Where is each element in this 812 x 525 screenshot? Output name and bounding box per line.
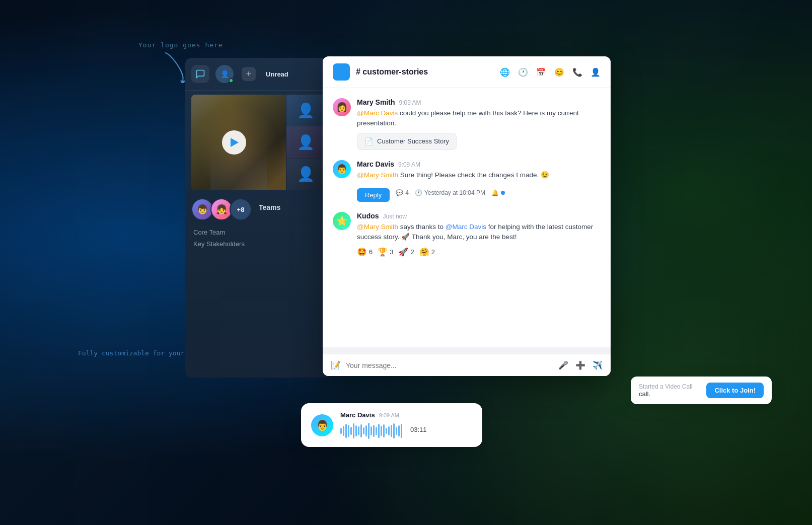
emoji-trophy: 🏆 [378, 247, 388, 257]
emoji-hug: 🤗 [419, 247, 429, 257]
call-label: Started a Video Call [639, 383, 699, 390]
notification-item: 🔔 [491, 189, 505, 196]
marc-message-actions: Reply 💬 4 🕐 Yesterday at 10:04 PM 🔔 [357, 184, 601, 202]
waveform [340, 423, 402, 439]
waveform-bar [386, 428, 387, 434]
kudos-message-header: Kudos Just now [357, 212, 601, 220]
play-button[interactable] [222, 130, 246, 155]
reactions-row: 🤩 6 🏆 3 🚀 2 🤗 2 [357, 247, 601, 257]
active-dot [501, 191, 505, 195]
emoji-rocket: 🚀 [398, 247, 408, 257]
mary-message-content: Mary Smith 9:09 AM @Marc Davis could you… [357, 98, 601, 150]
teams-section: Core Team Key Stakeholders [185, 220, 331, 256]
video-grid: 👤 👤 👤 [191, 95, 325, 190]
person-icon[interactable]: 👤 [590, 67, 601, 77]
kudos-sender-name: Kudos [357, 212, 379, 220]
format-icon[interactable]: 📝 [331, 360, 341, 370]
header-actions: 🌐 🕐 📅 😊 📞 👤 [500, 67, 601, 77]
mention-marc: @Marc Davis [357, 109, 398, 117]
reaction-count-3: 2 [410, 248, 414, 256]
main-video[interactable] [191, 95, 286, 190]
video-call-card: Started a Video Call call. Click to Join… [631, 377, 772, 404]
waveform-bar [353, 423, 354, 438]
reaction-2[interactable]: 🏆 3 [378, 247, 393, 257]
team-item-core[interactable]: Core Team [193, 227, 323, 238]
waveform-bar [340, 428, 342, 434]
waveform-bar [373, 425, 375, 437]
waveform-bar [376, 427, 377, 435]
video-thumb-3[interactable]: 👤 [286, 159, 325, 190]
send-icon[interactable]: ✈️ [593, 360, 603, 370]
voice-sender-avatar: 👨 [311, 414, 333, 436]
voice-message-card: 👨 Marc Davis 9:09 AM [301, 403, 482, 447]
reaction-4[interactable]: 🤗 2 [419, 247, 435, 257]
input-right-icons: 🎤 ➕ ✈️ [558, 360, 603, 370]
emoji-star-eyes: 🤩 [357, 247, 367, 257]
team-item-stakeholders[interactable]: Key Stakeholders [193, 238, 323, 250]
mary-message-header: Mary Smith 9:09 AM [357, 98, 601, 106]
channel-icon [333, 63, 350, 81]
reaction-3[interactable]: 🚀 2 [398, 247, 414, 257]
kudos-message-content: Kudos Just now @Mary Smith says thanks t… [357, 212, 601, 257]
video-thumb-1[interactable]: 👤 [286, 95, 325, 126]
waveform-bar [368, 423, 370, 439]
add-attachment-icon[interactable]: ➕ [575, 360, 585, 370]
voice-sender-name: Marc Davis [340, 411, 375, 419]
marc-message-time: 9:09 AM [398, 161, 420, 168]
channel-header-left: # customer-stories [333, 63, 428, 81]
unread-label: Unread [266, 70, 288, 78]
marc-sender-name: Marc Davis [357, 160, 394, 168]
reaction-1[interactable]: 🤩 6 [357, 247, 373, 257]
waveform-bar [383, 424, 385, 437]
chat-messages: 👩 Mary Smith 9:09 AM @Marc Davis could y… [323, 88, 611, 347]
add-button[interactable]: + [242, 67, 256, 81]
waveform-bar [355, 425, 357, 436]
channel-name: # customer-stories [356, 67, 428, 77]
globe-icon[interactable]: 🌐 [500, 67, 510, 77]
video-side-panel: 👤 👤 👤 [286, 95, 325, 190]
chat-panel: # customer-stories 🌐 🕐 📅 😊 📞 👤 👩 Mary Sm… [323, 56, 611, 376]
calendar-icon[interactable]: 📅 [536, 67, 546, 77]
user-avatar-icon[interactable]: 👤 [215, 65, 234, 83]
teams-label: Teams [259, 203, 280, 211]
reaction-number: 4 [405, 189, 409, 196]
marc-avatar: 👨 [333, 160, 351, 178]
waveform-bar [360, 424, 362, 437]
kudos-avatar: ⭐ [333, 212, 351, 230]
chat-input-area: 📝 🎤 ➕ ✈️ [323, 354, 611, 376]
marc-message-header: Marc Davis 9:09 AM [357, 160, 601, 168]
reaction-count-2: 3 [390, 248, 393, 256]
chat-icon[interactable] [191, 65, 209, 83]
reply-button[interactable]: Reply [357, 188, 390, 202]
play-icon [231, 138, 239, 147]
waveform-bar [378, 424, 380, 438]
message-input[interactable] [346, 361, 553, 369]
phone-icon[interactable]: 📞 [572, 67, 582, 77]
waveform-bar [365, 425, 367, 436]
microphone-icon[interactable]: 🎤 [558, 360, 568, 370]
doc-icon: 📄 [364, 137, 373, 145]
bell-icon: 🔔 [491, 189, 499, 196]
mary-message-text: @Marc Davis could you please help me wit… [357, 108, 601, 129]
sidebar-icons-row: 👤 + Unread [185, 58, 331, 91]
svg-marker-0 [180, 81, 185, 83]
person-3: 👤 [286, 159, 325, 190]
mary-avatar: 👩 [333, 98, 351, 116]
call-description: call. [639, 390, 699, 398]
message-marc: 👨 Marc Davis 9:09 AM @Mary Smith Sure th… [333, 160, 601, 202]
waveform-bar [343, 426, 344, 436]
video-thumb-2[interactable]: 👤 [286, 126, 325, 158]
waveform-bar [363, 427, 364, 434]
emoji-icon[interactable]: 😊 [554, 67, 564, 77]
person-1: 👤 [286, 95, 325, 126]
person-2: 👤 [286, 126, 325, 158]
waveform-bar [358, 426, 359, 435]
join-button[interactable]: Click to Join! [706, 383, 764, 398]
attachment-box[interactable]: 📄 Customer Success Story [357, 133, 457, 150]
kudos-mention1: @Mary Smith [357, 223, 398, 231]
mary-sender-name: Mary Smith [357, 98, 395, 106]
reaction-count: 💬 4 [396, 189, 409, 196]
message-mary: 👩 Mary Smith 9:09 AM @Marc Davis could y… [333, 98, 601, 150]
reaction-icon: 💬 [396, 189, 403, 196]
clock-icon[interactable]: 🕐 [518, 67, 528, 77]
